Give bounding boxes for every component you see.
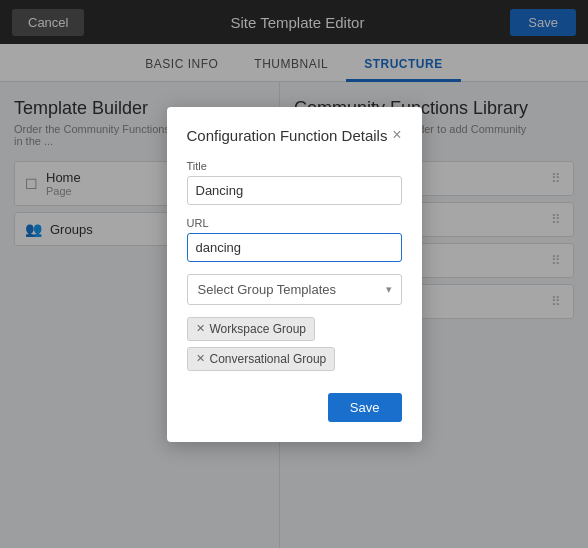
- tags-row: ✕ Workspace Group ✕ Conversational Group: [187, 317, 402, 377]
- modal-title: Configuration Function Details: [187, 127, 388, 144]
- modal-overlay: Configuration Function Details × Title U…: [0, 0, 588, 548]
- tag-workspace-label: Workspace Group: [210, 322, 307, 336]
- select-group-wrapper: Select Group Templates Workspace Group T…: [187, 274, 402, 305]
- url-input[interactable]: [187, 233, 402, 262]
- remove-workspace-icon[interactable]: ✕: [196, 322, 205, 335]
- title-field-label: Title: [187, 160, 402, 172]
- tag-conversational[interactable]: ✕ Conversational Group: [187, 347, 336, 371]
- modal-header: Configuration Function Details ×: [187, 127, 402, 144]
- tag-workspace[interactable]: ✕ Workspace Group: [187, 317, 316, 341]
- config-function-modal: Configuration Function Details × Title U…: [167, 107, 422, 442]
- url-field-label: URL: [187, 217, 402, 229]
- modal-close-button[interactable]: ×: [392, 127, 401, 143]
- remove-conversational-icon[interactable]: ✕: [196, 352, 205, 365]
- group-templates-select[interactable]: Select Group Templates Workspace Group T…: [187, 274, 402, 305]
- tag-conversational-label: Conversational Group: [210, 352, 327, 366]
- title-input[interactable]: [187, 176, 402, 205]
- modal-save-button[interactable]: Save: [328, 393, 402, 422]
